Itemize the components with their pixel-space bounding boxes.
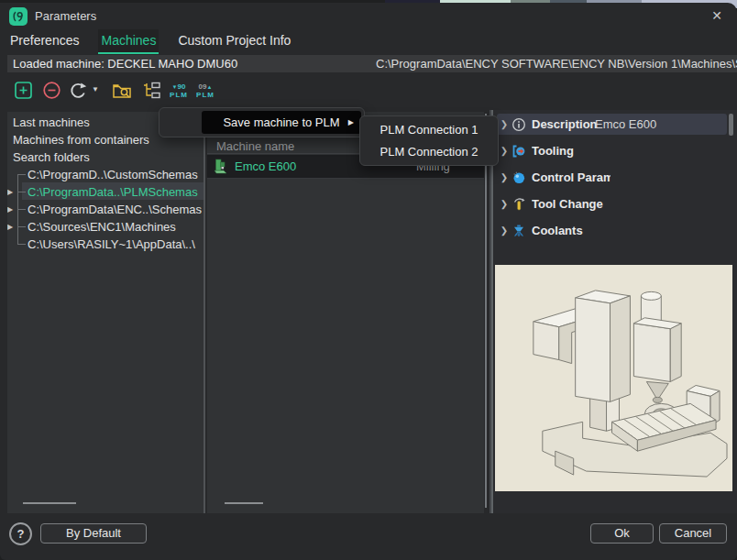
- close-icon[interactable]: ✕: [708, 6, 726, 25]
- search-folder-button[interactable]: [111, 80, 133, 102]
- by-default-button[interactable]: By Default: [40, 523, 147, 544]
- machine-list-panel: Machine name Emco E600 Milling: [207, 112, 484, 513]
- expand-arrow-icon[interactable]: ▶: [7, 183, 16, 201]
- plm-label: PLM: [170, 91, 188, 99]
- folder-search-icon: [111, 80, 133, 102]
- expand-arrow-icon[interactable]: ▶: [7, 218, 16, 236]
- load-machine-from-plm-button[interactable]: ▼90 PLM: [168, 80, 190, 102]
- control-parameters-icon: [512, 170, 528, 185]
- chevron-right-icon[interactable]: ❯: [497, 119, 512, 129]
- section-tooling[interactable]: ❯ Tooling: [497, 137, 727, 164]
- machine-properties-panel: ❯ Description Emco E600 ❯: [491, 110, 737, 513]
- folder-item-customschemas[interactable]: C:\ProgramD..\CustomSchemas: [7, 166, 204, 183]
- horizontal-scrollbar[interactable]: [225, 502, 263, 504]
- chevron-right-icon[interactable]: ❯: [497, 225, 512, 236]
- save-machine-to-plm-button[interactable]: 09▲ PLM: [194, 80, 216, 102]
- chevron-right-icon[interactable]: ❯: [497, 199, 512, 209]
- section-description[interactable]: ❯ Description Emco E600: [497, 111, 727, 137]
- tree-item-search-folders[interactable]: Search folders: [7, 148, 204, 166]
- title-bar[interactable]: Parameters ✕: [0, 3, 737, 29]
- context-menu: Save machine to PLM ▶: [159, 107, 365, 137]
- refresh-dropdown-icon[interactable]: ▼: [92, 85, 99, 93]
- tab-bar: Preferences Machines Custom Project Info: [7, 29, 293, 54]
- tab-machines[interactable]: Machines: [98, 29, 159, 54]
- tool-change-icon: [512, 197, 528, 212]
- tab-custom-project-info[interactable]: Custom Project Info: [175, 29, 293, 54]
- parameters-dialog: Parameters ✕ Preferences Machines Custom…: [0, 3, 737, 560]
- chevron-right-icon[interactable]: ❯: [497, 172, 512, 182]
- tooling-icon: [512, 144, 528, 159]
- description-value: Emco E600: [595, 117, 656, 131]
- coolants-icon: [512, 224, 528, 238]
- chevron-right-icon[interactable]: ❯: [497, 146, 512, 156]
- folder-item-appdata[interactable]: C:\Users\RASILY~1\AppData\..\: [7, 236, 204, 253]
- add-machine-button[interactable]: [13, 80, 35, 102]
- ok-button[interactable]: Ok: [590, 523, 654, 544]
- loaded-machine-label: Loaded machine: DECKEL MAHO DMU60: [13, 55, 237, 72]
- refresh-icon: [68, 80, 90, 102]
- section-control-parameters[interactable]: ❯ Control Parameters: [497, 164, 727, 191]
- vertical-scrollbar-thumb[interactable]: [729, 114, 733, 136]
- submenu-arrow-icon: ▶: [348, 111, 354, 134]
- section-coolants[interactable]: ❯ Coolants: [497, 217, 727, 244]
- machine-icon: [213, 158, 228, 179]
- add-icon: [13, 80, 35, 102]
- upload-arrow-icon: ▲: [206, 84, 212, 90]
- plm-label: PLM: [196, 91, 214, 99]
- folder-item-enc-schemas[interactable]: ▶ C:\ProgramData\ENC..\Schemas: [7, 201, 204, 218]
- expand-arrow-icon[interactable]: ▶: [7, 201, 16, 218]
- remove-icon: [41, 80, 63, 102]
- loaded-machine-bar: Loaded machine: DECKEL MAHO DMU60 C:\Pro…: [7, 55, 737, 72]
- help-button[interactable]: ?: [9, 522, 32, 545]
- folder-item-sources-machines[interactable]: ▶ C:\Sources\ENC1\Machines: [7, 218, 204, 236]
- containers-tree-icon: [141, 80, 163, 102]
- machine-name: Emco E600: [235, 155, 296, 178]
- window-title: Parameters: [35, 3, 96, 29]
- menu-item-plm-connection-1[interactable]: PLM Connection 1: [360, 119, 498, 141]
- app-logo-icon: [9, 7, 28, 26]
- vertical-scrollbar[interactable]: [485, 114, 487, 508]
- horizontal-scrollbar[interactable]: [23, 502, 76, 504]
- plm-connections-submenu: PLM Connection 1 PLM Connection 2: [359, 115, 499, 166]
- machine-containers-button[interactable]: [141, 80, 163, 102]
- panel-splitter[interactable]: [204, 112, 205, 513]
- machine-preview-image: [495, 265, 732, 491]
- info-icon: [512, 117, 528, 132]
- tab-preferences[interactable]: Preferences: [7, 29, 82, 54]
- remove-machine-button[interactable]: [41, 80, 63, 102]
- cancel-button[interactable]: Cancel: [659, 523, 727, 544]
- loaded-machine-path: C:\ProgramData\ENCY SOFTWARE\ENCY NB\Ver…: [376, 55, 737, 72]
- refresh-button[interactable]: [68, 80, 90, 102]
- menu-item-save-machine-to-plm[interactable]: Save machine to PLM ▶: [202, 111, 361, 134]
- section-tool-change[interactable]: ❯ Tool Change: [497, 191, 727, 217]
- menu-item-plm-connection-2[interactable]: PLM Connection 2: [360, 141, 498, 163]
- folders-tree-panel: Last machines Machines from containers S…: [7, 112, 204, 513]
- folder-item-plmschemas[interactable]: ▶ C:\ProgramData..\PLMSchemas: [7, 183, 204, 201]
